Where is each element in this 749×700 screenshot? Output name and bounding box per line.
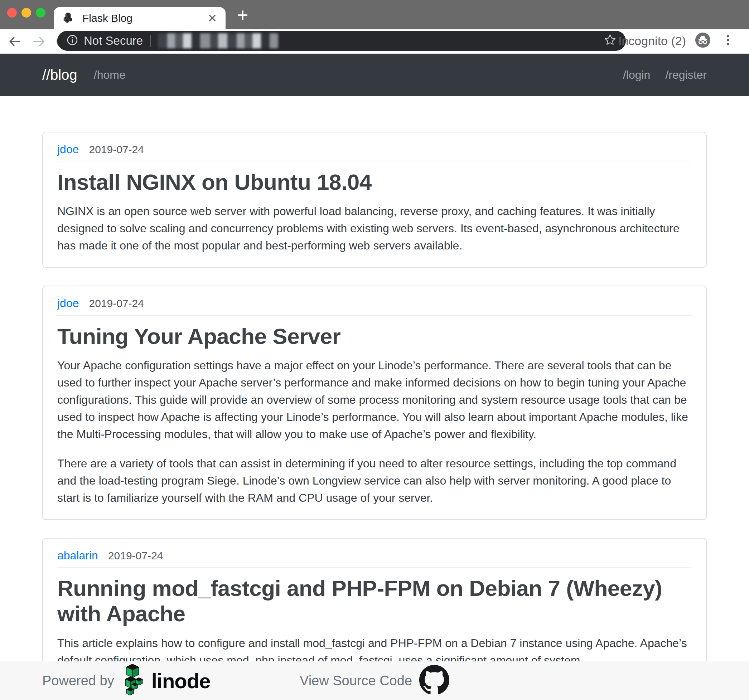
post-date: 2019-07-24 <box>89 143 144 155</box>
post-date: 2019-07-24 <box>108 550 163 561</box>
powered-by-label: Powered by <box>42 673 114 689</box>
window-controls <box>7 8 46 18</box>
post-author-link[interactable]: abalarin <box>57 549 98 562</box>
post-author-link[interactable]: jdoe <box>57 297 79 310</box>
site-navbar: //blog /home /login /register <box>0 54 749 96</box>
close-tab-icon[interactable]: ✕ <box>207 11 217 25</box>
nav-link-home[interactable]: /home <box>94 69 126 82</box>
page-footer: Powered by linode View Source Code <box>0 661 749 700</box>
post-excerpt: Your Apache configuration settings have … <box>57 357 692 443</box>
post-title: Running mod_fastcgi and PHP-FPM on Debia… <box>57 575 692 627</box>
browser-tab-strip: Flask Blog ✕ + <box>0 0 749 29</box>
incognito-badge-icon <box>695 32 711 50</box>
view-source-link[interactable]: View Source Code <box>300 673 412 689</box>
post-excerpt: There are a variety of tools that can as… <box>57 455 692 506</box>
address-bar[interactable]: Not Secure <box>57 31 626 51</box>
linode-wordmark[interactable]: linode <box>151 669 211 693</box>
omnibox-divider <box>150 35 151 47</box>
post-card: abalarin 2019-07-24 Running mod_fastcgi … <box>42 538 707 661</box>
nav-link-register[interactable]: /register <box>665 69 707 82</box>
close-window-button[interactable] <box>7 8 17 18</box>
post-date: 2019-07-24 <box>89 297 144 309</box>
forward-icon[interactable] <box>31 33 47 50</box>
security-label: Not Secure <box>84 34 143 47</box>
github-logo-icon[interactable] <box>419 665 449 696</box>
post-author-link[interactable]: jdoe <box>57 143 79 156</box>
post-meta: abalarin 2019-07-24 <box>57 549 692 562</box>
browser-toolbar: Not Secure Incognito (2) <box>0 29 749 54</box>
post-excerpt: NGINX is an open source web server with … <box>57 203 692 254</box>
divider <box>57 567 692 567</box>
post-meta: jdoe 2019-07-24 <box>57 297 692 310</box>
minimize-window-button[interactable] <box>21 8 31 18</box>
page-content: jdoe 2019-07-24 Install NGINX on Ubuntu … <box>0 96 749 661</box>
divider <box>57 161 692 162</box>
bookmark-star-icon[interactable] <box>603 33 617 49</box>
nav-link-login[interactable]: /login <box>623 69 651 82</box>
post-card: jdoe 2019-07-24 Tuning Your Apache Serve… <box>42 285 707 520</box>
linode-logo-icon[interactable] <box>120 663 145 698</box>
favicon-linode-icon <box>62 12 74 25</box>
back-icon[interactable] <box>6 33 23 50</box>
info-icon[interactable] <box>66 34 79 48</box>
new-tab-button[interactable]: + <box>233 5 253 25</box>
navbar-brand[interactable]: //blog <box>42 67 77 83</box>
post-card: jdoe 2019-07-24 Install NGINX on Ubuntu … <box>42 132 707 268</box>
browser-tab[interactable]: Flask Blog ✕ <box>54 7 226 29</box>
post-meta: jdoe 2019-07-24 <box>57 143 692 156</box>
post-title: Install NGINX on Ubuntu 18.04 <box>57 169 692 195</box>
blurred-url <box>158 33 278 48</box>
post-excerpt: This article explains how to configure a… <box>57 634 692 661</box>
maximize-window-button[interactable] <box>36 8 46 18</box>
tab-title: Flask Blog <box>83 12 207 24</box>
divider <box>57 315 692 316</box>
post-title: Tuning Your Apache Server <box>57 323 692 349</box>
incognito-label: Incognito (2) <box>618 34 686 48</box>
browser-menu-kebab-icon[interactable] <box>720 32 736 50</box>
